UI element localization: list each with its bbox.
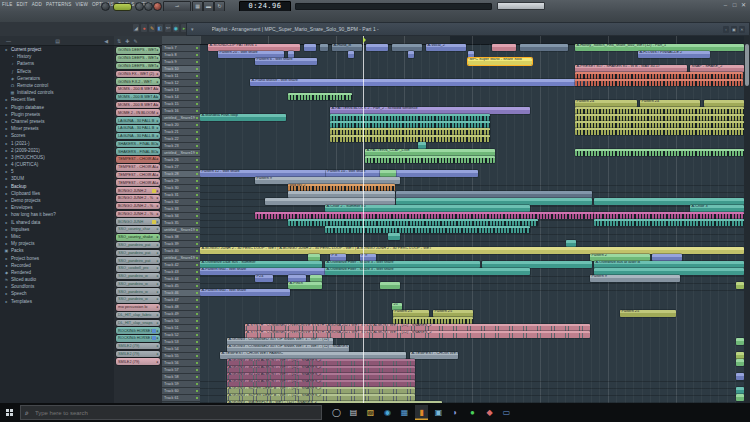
browser-item-il-shared-data[interactable]: ▸IL shared data [0, 219, 114, 226]
browser-item-4-curtica-[interactable]: ▸4 (CURTICA) [0, 161, 114, 168]
cut-icon[interactable]: ✄ [165, 24, 171, 32]
playlist-clip[interactable] [304, 44, 316, 50]
browser-item-recorded[interactable]: ●Recorded [0, 262, 114, 269]
playlist-clip-pattern-12-wet-snare[interactable]: Pattern 12 - Wet snare [200, 170, 328, 176]
playlist-clip[interactable] [736, 359, 744, 365]
picker-mute-icon[interactable]: ▸ [157, 220, 160, 224]
track-mute-led[interactable] [196, 194, 199, 197]
track-mute-led[interactable] [196, 257, 199, 260]
picker-mute-icon[interactable]: ▸ [157, 119, 160, 123]
picker-clip-tempest-choir-al[interactable]: TEMPEST - CHOIR AL▸ [116, 172, 160, 179]
track-row-49[interactable]: Track 59 [162, 381, 200, 388]
track-mute-led[interactable] [196, 103, 199, 106]
track-mute-led[interactable] [196, 215, 199, 218]
picker-clip-bongo-junh-2[interactable]: BONGO JUNH 2▸ [116, 187, 160, 194]
track-row-48[interactable]: Track 58 [162, 374, 200, 381]
track-row-28[interactable]: Track 38 [162, 234, 200, 241]
playlist-clip[interactable] [366, 44, 388, 50]
picker-clip-sso-pandeiro-w[interactable]: SSO_pandeiro_w▸ [116, 273, 160, 280]
playhead[interactable] [363, 36, 364, 403]
playlist-clip[interactable] [265, 198, 395, 204]
taskbar-icon-cortana[interactable]: ◯ [330, 405, 343, 420]
track-row-8[interactable]: Track 14 [162, 94, 200, 101]
browser-item-patterns[interactable]: ♪Patterns [0, 60, 114, 67]
browser-item-recent-files[interactable]: ▸Recent files [0, 96, 114, 103]
playlist-vscrollbar[interactable] [744, 36, 750, 403]
picker-mute-icon[interactable]: ▸ [157, 344, 160, 348]
picker-mute-icon[interactable]: ▸ [157, 181, 160, 185]
picker-mute-icon[interactable]: ▸ [157, 196, 160, 200]
menu-item-edit[interactable]: EDIT [17, 2, 28, 7]
zoom-icon[interactable]: ◉ [173, 24, 179, 32]
track-row-17[interactable]: Track 26 [162, 157, 200, 164]
track-mute-led[interactable] [196, 173, 199, 176]
playlist-clip-a-choir-3[interactable]: A-Choir 3 [690, 205, 744, 211]
browser-item-plugin-database[interactable]: ▸Plugin database [0, 104, 114, 111]
picker-clip-going-deeps-wet-1[interactable]: GOING DEEPS - WET 1▸ [116, 47, 160, 54]
picker-clip-smile2-79-[interactable]: SMILE2 (79)▸ [116, 343, 160, 350]
track-row-50[interactable]: Track 60 [162, 388, 200, 395]
playlist-clip-a-tempest-choir-wet[interactable]: A-TEMPEST - CHOIR WET [410, 352, 458, 358]
track-row-2[interactable]: Track 8 [162, 52, 200, 59]
playlist-clip-a-piano-motive-wet-snare[interactable]: A-Piano Motive - Wet snare [250, 79, 590, 85]
track-row-43[interactable]: Track 53 [162, 339, 200, 346]
start-button[interactable] [0, 403, 18, 422]
picker-sort-icon[interactable]: ⇅ [117, 38, 121, 44]
picker-clip-mw-percussion-lo[interactable]: mw percussion lo▸ [116, 304, 160, 311]
track-mute-led[interactable] [196, 61, 199, 64]
picker-clip-bongo-junh-2-[interactable]: BONGO JUNH 2 - %▸ [116, 203, 160, 210]
track-row-15[interactable]: Track 23 [162, 143, 200, 150]
playlist-clip[interactable] [380, 170, 396, 176]
taskbar-icon-spotify[interactable]: ● [466, 405, 479, 420]
track-row-22[interactable]: Track 31 [162, 192, 200, 199]
browser-item-1-2021-[interactable]: ▸1 (2021-) [0, 139, 114, 146]
playlist-clip-pattern-25[interactable]: Pattern 25 [393, 310, 429, 316]
browser-item-history[interactable]: ◔History [0, 53, 114, 60]
playlist-detach-icon[interactable]: ▫ [723, 26, 729, 33]
playlist-clip-pattern-20-wet-snare[interactable]: Pattern 20 - Wet snare [218, 51, 284, 57]
track-row-27[interactable]: untitled__Snare19 st [162, 227, 200, 234]
picker-mute-icon[interactable]: ▸ [157, 290, 160, 294]
typing-to-piano-indicator[interactable] [113, 3, 132, 11]
playlist-clip[interactable] [575, 79, 743, 85]
playlist-clip-a-going-super-deep-b-wet-12-sn[interactable]: A-GOING - SUPER DEEP B - WET - (12) - SN… [227, 394, 415, 400]
playlist-clip[interactable] [396, 191, 592, 197]
track-row-20[interactable]: Track 29 [162, 178, 200, 185]
playlist-clip[interactable] [380, 282, 400, 288]
track-mute-led[interactable] [196, 138, 199, 141]
track-row-6[interactable]: Track 12 [162, 80, 200, 87]
record-button[interactable] [153, 2, 162, 11]
browser-back-icon[interactable]: ◀ [104, 38, 108, 44]
track-mute-led[interactable] [196, 306, 199, 309]
browser-item-3-houchous-[interactable]: ▸3 (HOUCHOUS) [0, 154, 114, 161]
picker-mute-icon[interactable]: ▸ [157, 64, 160, 68]
picker-mute-icon[interactable]: ▸ [157, 134, 160, 138]
browser-item-soundfonts[interactable]: ▸Soundfonts [0, 283, 114, 290]
playlist-clip-a-hand-b[interactable]: A-Hand_B [332, 44, 362, 50]
track-row-12[interactable]: Track 20 [162, 122, 200, 129]
playlist-clip[interactable] [288, 191, 395, 197]
playlist-clip-pattern-9[interactable]: Pattern 9 [590, 275, 680, 281]
track-row-10[interactable]: Track 16 [162, 108, 200, 115]
playlist-clip-a-bongo-junh-2-30-perc-loop-we[interactable]: A-BONGO JUNH 2 - 30 PERC LOOP - WET | A-… [200, 247, 744, 253]
track-mute-led[interactable] [196, 243, 199, 246]
track-row-24[interactable]: Track 33 [162, 206, 200, 213]
track-row-14[interactable]: Track 22 [162, 136, 200, 143]
picker-clip-laguna-30-fall-b[interactable]: LAGUNA - 30 FALL B▸ [116, 117, 160, 124]
playlist-clip-a-synth-combined-overdrive-syn[interactable]: A-SYNTH - COMBINED OVERDRIVE SYNTH LAGUN… [245, 324, 590, 330]
track-mute-led[interactable] [196, 208, 199, 211]
playlist-clip[interactable] [365, 156, 495, 162]
picker-mute-icon[interactable]: ▸ [157, 297, 160, 301]
track-row-30[interactable]: Track 40 [162, 248, 200, 255]
picker-clip-sso-pandeiro-w[interactable]: SSO_pandeiro_w▸ [116, 288, 160, 295]
picker-mute-icon[interactable]: ▸ [157, 282, 160, 286]
track-row-46[interactable]: Track 56 [162, 360, 200, 367]
playlist-clip[interactable] [575, 114, 744, 120]
track-row-39[interactable]: Track 49 [162, 311, 200, 318]
track-mute-led[interactable] [196, 355, 199, 358]
track-mute-led[interactable] [196, 348, 199, 351]
playlist-clip-pattern-25[interactable]: Pattern 25 [433, 310, 473, 316]
picker-clip-shakers-final-bo[interactable]: SHAKERS - FINAL BO▸ [116, 141, 160, 148]
playlist-clip[interactable] [594, 219, 744, 225]
picker-mute-icon[interactable]: ▸ [157, 336, 160, 340]
